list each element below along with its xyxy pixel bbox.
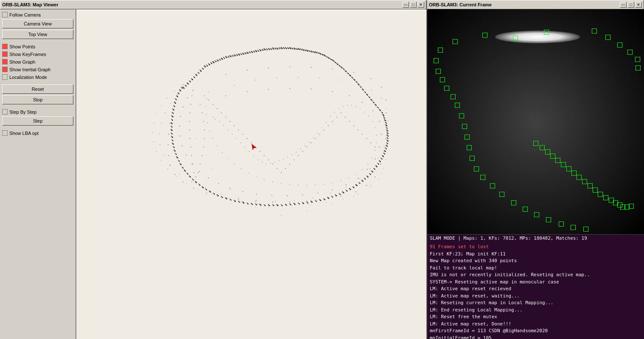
svg-point-54 (296, 48, 297, 49)
svg-point-601 (371, 90, 372, 90)
svg-point-148 (255, 203, 256, 204)
svg-point-377 (173, 113, 174, 114)
feature-point (511, 200, 516, 205)
step-by-step-checkbox[interactable] (2, 109, 8, 115)
svg-point-655 (176, 176, 176, 177)
feature-point (499, 192, 504, 197)
svg-point-309 (374, 169, 375, 170)
show-lba-opt-row[interactable]: Show LBA opt (2, 130, 73, 136)
feature-point (459, 113, 464, 118)
svg-point-501 (346, 184, 347, 185)
svg-point-566 (367, 164, 368, 165)
svg-point-649 (258, 204, 258, 204)
svg-point-132 (323, 198, 324, 199)
svg-point-289 (384, 118, 385, 119)
map-viewer-maximize[interactable]: □ (410, 2, 417, 8)
show-keyframes-checkbox[interactable] (2, 51, 8, 57)
svg-point-278 (363, 89, 364, 90)
svg-point-158 (213, 193, 214, 193)
svg-point-254 (311, 51, 313, 53)
current-frame-maximize[interactable]: □ (627, 2, 634, 8)
svg-point-627 (171, 103, 171, 104)
svg-point-360 (185, 170, 186, 171)
feature-point (540, 145, 545, 150)
svg-point-514 (186, 155, 187, 156)
svg-point-121 (361, 180, 362, 181)
feature-point (550, 154, 555, 159)
follow-camera-checkbox[interactable] (2, 12, 8, 17)
feature-point (571, 225, 576, 230)
step-by-step-row[interactable]: Step By Step (2, 109, 73, 115)
current-frame-close[interactable]: ✕ (635, 2, 642, 8)
svg-point-509 (230, 188, 230, 188)
camera-view (427, 9, 644, 234)
camera-view-button[interactable]: Camera View (2, 19, 73, 28)
svg-point-76 (343, 68, 344, 69)
show-inertial-graph-label: Show Inertial Graph (9, 67, 50, 72)
show-inertial-graph-row[interactable]: Show Inertial Graph (2, 66, 73, 73)
svg-point-245 (292, 48, 294, 50)
svg-point-270 (345, 71, 347, 72)
show-lba-opt-checkbox[interactable] (2, 130, 8, 136)
map-viewer-minimize[interactable]: — (402, 2, 409, 8)
svg-point-419 (345, 117, 346, 118)
svg-point-406 (289, 164, 290, 165)
current-frame-minimize[interactable]: — (620, 2, 627, 8)
svg-point-163 (195, 181, 196, 182)
feature-point (453, 39, 458, 44)
svg-point-636 (353, 196, 354, 196)
svg-point-315 (359, 183, 361, 184)
svg-point-151 (242, 202, 244, 203)
svg-point-222 (243, 53, 244, 55)
svg-point-145 (268, 204, 269, 205)
svg-point-658 (156, 151, 156, 151)
svg-point-82 (356, 81, 356, 82)
svg-point-565 (372, 157, 372, 158)
svg-point-89 (370, 99, 371, 100)
follow-camera-row[interactable]: Follow Camera (2, 11, 73, 18)
svg-point-77 (345, 70, 346, 71)
svg-point-318 (350, 189, 351, 190)
svg-point-16 (215, 60, 216, 61)
svg-point-342 (252, 204, 253, 205)
svg-point-55 (298, 48, 299, 49)
svg-point-305 (381, 158, 383, 160)
svg-point-617 (221, 193, 222, 194)
svg-point-367 (174, 147, 175, 148)
show-inertial-graph-checkbox[interactable] (2, 67, 8, 72)
map-viewer-canvas[interactable] (76, 9, 426, 339)
svg-point-364 (177, 157, 178, 158)
svg-point-72 (334, 61, 335, 62)
svg-point-407 (294, 160, 294, 160)
svg-point-172 (175, 153, 176, 154)
svg-point-126 (346, 190, 347, 191)
svg-point-465 (341, 196, 342, 196)
svg-point-190 (177, 92, 178, 93)
svg-point-320 (343, 192, 344, 193)
svg-point-552 (339, 108, 339, 109)
show-graph-label: Show Graph (9, 59, 35, 64)
right-panel: SLAM MODE | Maps: 1, KFs: 7012, MPs: 180… (426, 9, 644, 339)
reset-button[interactable]: Reset (2, 84, 73, 94)
step-button[interactable]: Step (2, 116, 73, 126)
show-graph-row[interactable]: Show Graph (2, 59, 73, 65)
show-points-row[interactable]: Show Points (2, 43, 73, 50)
feature-point (566, 166, 571, 171)
svg-point-369 (172, 140, 174, 141)
svg-point-478 (168, 155, 169, 156)
svg-point-446 (192, 95, 193, 96)
show-graph-checkbox[interactable] (2, 59, 8, 64)
svg-point-620 (179, 174, 180, 174)
svg-point-587 (213, 138, 213, 139)
stop-button[interactable]: Stop (2, 95, 73, 104)
localization-mode-row[interactable]: Localization Mode (2, 74, 73, 80)
top-view-button[interactable]: Top View (2, 30, 73, 39)
map-viewer-close[interactable]: ✕ (417, 2, 424, 8)
svg-point-362 (180, 164, 182, 165)
svg-point-368 (173, 143, 174, 145)
show-keyframes-row[interactable]: Show KeyFrames (2, 51, 73, 57)
svg-point-660 (152, 132, 153, 133)
svg-point-499 (367, 169, 368, 170)
show-points-checkbox[interactable] (2, 44, 8, 49)
localization-mode-checkbox[interactable] (2, 74, 8, 80)
